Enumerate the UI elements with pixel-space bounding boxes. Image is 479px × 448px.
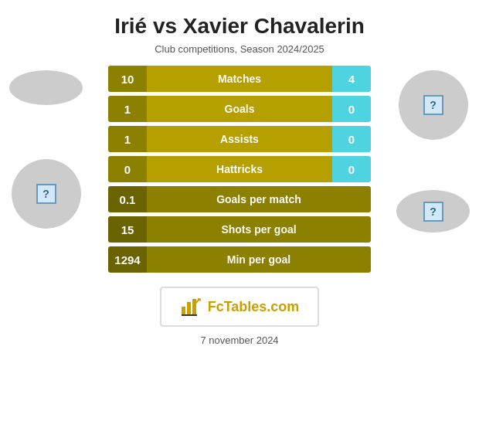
right-avatar-bottom: ? bbox=[396, 190, 470, 232]
logo-text: FcTables.com bbox=[208, 299, 300, 315]
svg-rect-1 bbox=[187, 302, 191, 314]
logo-tables: Tables.com bbox=[224, 299, 300, 314]
left-avatars: ? bbox=[9, 66, 83, 229]
svg-rect-3 bbox=[182, 314, 197, 316]
main-section: ? 10Matches41Goals01Assists00Hattricks00… bbox=[0, 66, 479, 273]
stat-label: Matches bbox=[147, 66, 332, 92]
main-container: Irié vs Xavier Chavalerin Club competiti… bbox=[0, 0, 479, 448]
stat-row: 15Shots per goal bbox=[108, 216, 371, 243]
stat-label: Goals bbox=[147, 96, 332, 122]
logo-box: FcTables.com bbox=[160, 287, 320, 327]
stat-right-value: 4 bbox=[332, 66, 371, 92]
logo-chart-icon bbox=[180, 296, 202, 317]
page-subtitle: Club competitions, Season 2024/2025 bbox=[155, 43, 324, 55]
stat-left-value: 1294 bbox=[108, 246, 147, 273]
stat-left-value: 1 bbox=[108, 126, 147, 152]
stat-row: 1Goals0 bbox=[108, 96, 371, 122]
stat-left-value: 0 bbox=[108, 156, 147, 182]
stat-left-value: 0.1 bbox=[108, 186, 147, 212]
stat-label: Shots per goal bbox=[147, 216, 371, 243]
svg-rect-2 bbox=[192, 299, 196, 314]
stat-left-value: 15 bbox=[108, 216, 147, 243]
stat-left-value: 1 bbox=[108, 96, 147, 122]
svg-rect-0 bbox=[182, 307, 185, 314]
stat-row: 1Assists0 bbox=[108, 126, 371, 152]
stat-label: Goals per match bbox=[147, 186, 371, 212]
left-avatar-bottom: ? bbox=[12, 159, 81, 229]
left-avatar-top bbox=[9, 70, 83, 105]
right-avatar-top: ? bbox=[399, 70, 468, 140]
stat-label: Assists bbox=[147, 126, 332, 152]
stat-left-value: 10 bbox=[108, 66, 147, 92]
stat-label: Hattricks bbox=[147, 156, 332, 182]
page-title: Irié vs Xavier Chavalerin bbox=[114, 14, 365, 39]
question-icon-left: ? bbox=[36, 184, 56, 204]
stat-row: 0.1Goals per match bbox=[108, 186, 371, 212]
stats-table: 10Matches41Goals01Assists00Hattricks00.1… bbox=[108, 66, 371, 273]
stat-label: Min per goal bbox=[147, 246, 371, 273]
question-icon-right-bottom: ? bbox=[423, 202, 443, 222]
date-label: 7 november 2024 bbox=[200, 334, 278, 346]
stat-row: 1294Min per goal bbox=[108, 246, 371, 273]
question-icon-right-top: ? bbox=[423, 95, 443, 115]
stat-right-value: 0 bbox=[332, 156, 371, 182]
logo-section: FcTables.com bbox=[160, 287, 320, 327]
logo-fc: Fc bbox=[208, 299, 224, 314]
stat-row: 0Hattricks0 bbox=[108, 156, 371, 182]
stat-right-value: 0 bbox=[332, 126, 371, 152]
right-avatars: ? ? bbox=[396, 66, 470, 232]
stat-right-value: 0 bbox=[332, 96, 371, 122]
stat-row: 10Matches4 bbox=[108, 66, 371, 92]
